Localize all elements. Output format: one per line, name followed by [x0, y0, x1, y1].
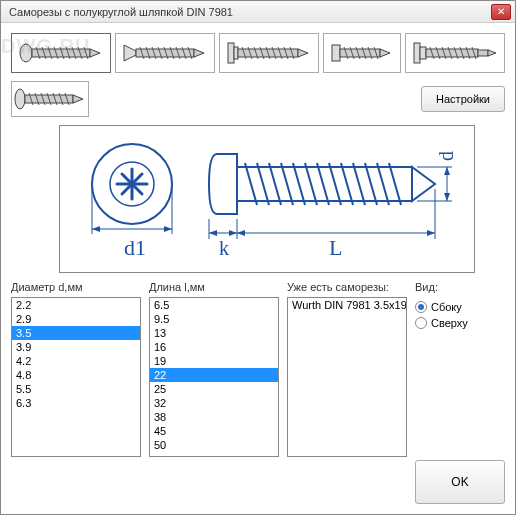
- svg-marker-68: [73, 95, 83, 103]
- diagram-label-d: d: [435, 151, 457, 161]
- list-item[interactable]: 25: [150, 382, 278, 396]
- svg-line-86: [293, 163, 305, 205]
- svg-marker-58: [488, 50, 496, 56]
- screw-type-row-2: Настройки: [11, 81, 505, 117]
- svg-rect-46: [414, 43, 420, 63]
- svg-line-87: [305, 163, 317, 205]
- diameter-column: Диаметр d,мм 2.22.93.53.94.24.85.56.3: [11, 281, 141, 504]
- diameter-listbox[interactable]: 2.22.93.53.94.24.85.56.3: [11, 297, 141, 457]
- list-item[interactable]: 6.3: [12, 396, 140, 410]
- svg-marker-100: [209, 230, 217, 236]
- view-radio-top[interactable]: Сверху: [415, 317, 505, 329]
- list-item[interactable]: 22: [150, 368, 278, 382]
- pan-head-screw-icon: [18, 41, 104, 65]
- content-area: DWG.RU: [1, 23, 515, 514]
- svg-rect-24: [228, 43, 234, 63]
- view-column: Вид: Сбоку Сверху OK: [415, 281, 505, 504]
- view-label: Вид:: [415, 281, 505, 295]
- svg-marker-103: [237, 230, 245, 236]
- svg-line-82: [245, 163, 257, 205]
- list-item[interactable]: 13: [150, 326, 278, 340]
- list-item[interactable]: 38: [150, 410, 278, 424]
- list-item[interactable]: Wurth DIN 7981 3.5x19: [288, 298, 406, 312]
- existing-column: Уже есть саморезы: Wurth DIN 7981 3.5x19: [287, 281, 407, 504]
- close-button[interactable]: ✕: [491, 4, 511, 20]
- list-item[interactable]: 19: [150, 354, 278, 368]
- view-side-text: Сбоку: [431, 301, 462, 313]
- diagram-label-k: k: [219, 237, 229, 259]
- svg-line-92: [365, 163, 377, 205]
- screw-type-cylinder[interactable]: [323, 33, 401, 73]
- svg-rect-47: [420, 47, 426, 59]
- svg-marker-79: [164, 226, 172, 232]
- svg-point-0: [20, 44, 32, 62]
- flange-drill-screw-icon: [412, 41, 498, 65]
- svg-line-94: [389, 163, 401, 205]
- list-item[interactable]: 4.2: [12, 354, 140, 368]
- list-item[interactable]: 2.9: [12, 312, 140, 326]
- svg-rect-37: [332, 45, 340, 61]
- list-item[interactable]: 32: [150, 396, 278, 410]
- svg-marker-78: [92, 226, 100, 232]
- svg-marker-36: [298, 49, 308, 57]
- svg-line-83: [257, 163, 269, 205]
- svg-rect-48: [426, 49, 478, 57]
- screw-type-pan-head[interactable]: [11, 33, 111, 73]
- titlebar: Саморезы с полукруглой шляпкой DIN 7981 …: [1, 1, 515, 23]
- svg-line-91: [353, 163, 365, 205]
- view-top-text: Сверху: [431, 317, 468, 329]
- svg-marker-101: [229, 230, 237, 236]
- existing-label: Уже есть саморезы:: [287, 281, 407, 295]
- cylinder-screw-icon: [330, 41, 394, 65]
- svg-rect-57: [478, 50, 488, 56]
- svg-marker-23: [194, 49, 204, 57]
- view-radio-side[interactable]: Сбоку: [415, 301, 505, 313]
- svg-line-88: [317, 163, 329, 205]
- svg-marker-12: [124, 45, 136, 61]
- washer-head-screw-icon: [14, 88, 86, 110]
- length-column: Длина l,мм 6.59.5131619222532384550: [149, 281, 279, 504]
- screw-type-hex-washer[interactable]: [219, 33, 319, 73]
- svg-line-85: [281, 163, 293, 205]
- svg-marker-109: [444, 193, 450, 201]
- svg-marker-108: [444, 167, 450, 175]
- svg-marker-45: [380, 49, 390, 57]
- svg-point-59: [15, 89, 25, 109]
- screw-diagram-icon: d1: [72, 129, 462, 269]
- list-item[interactable]: 45: [150, 424, 278, 438]
- screw-type-flange-drill[interactable]: [405, 33, 505, 73]
- radio-icon: [415, 317, 427, 329]
- screw-type-washer-head[interactable]: [11, 81, 89, 117]
- diagram-label-L: L: [329, 235, 342, 260]
- list-item[interactable]: 4.8: [12, 368, 140, 382]
- list-item[interactable]: 16: [150, 340, 278, 354]
- technical-diagram: d1: [59, 125, 475, 273]
- ok-button[interactable]: OK: [415, 460, 505, 504]
- list-item[interactable]: 6.5: [150, 298, 278, 312]
- bottom-panel: Диаметр d,мм 2.22.93.53.94.24.85.56.3 Дл…: [11, 281, 505, 504]
- svg-line-93: [377, 163, 389, 205]
- list-item[interactable]: 2.2: [12, 298, 140, 312]
- list-item[interactable]: 9.5: [150, 312, 278, 326]
- dialog-window: Саморезы с полукруглой шляпкой DIN 7981 …: [0, 0, 516, 515]
- screw-type-countersunk[interactable]: [115, 33, 215, 73]
- diameter-label: Диаметр d,мм: [11, 281, 141, 295]
- list-item[interactable]: 5.5: [12, 382, 140, 396]
- svg-marker-95: [412, 167, 435, 201]
- list-item[interactable]: 3.9: [12, 340, 140, 354]
- svg-rect-25: [234, 47, 238, 59]
- existing-listbox[interactable]: Wurth DIN 7981 3.5x19: [287, 297, 407, 457]
- list-item[interactable]: 50: [150, 438, 278, 452]
- countersunk-screw-icon: [122, 41, 208, 65]
- settings-button[interactable]: Настройки: [421, 86, 505, 112]
- length-label: Длина l,мм: [149, 281, 279, 295]
- length-listbox[interactable]: 6.59.5131619222532384550: [149, 297, 279, 457]
- svg-marker-11: [90, 49, 100, 57]
- svg-marker-104: [427, 230, 435, 236]
- hex-washer-screw-icon: [226, 41, 312, 65]
- svg-line-84: [269, 163, 281, 205]
- diagram-label-d1: d1: [124, 235, 146, 260]
- list-item[interactable]: 3.5: [12, 326, 140, 340]
- view-radio-group: Сбоку Сверху: [415, 299, 505, 331]
- svg-line-90: [341, 163, 353, 205]
